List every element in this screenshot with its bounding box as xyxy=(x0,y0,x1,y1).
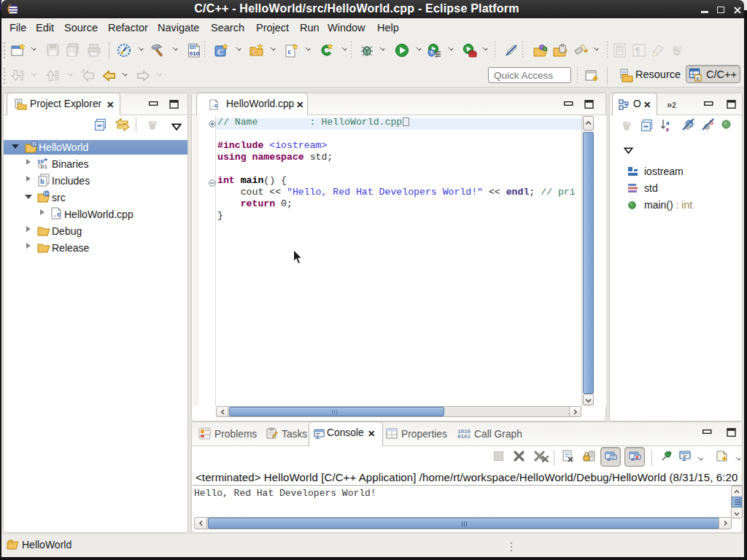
svg-text:c: c xyxy=(696,75,699,82)
svg-text:C: C xyxy=(217,47,223,56)
svg-text:c: c xyxy=(288,47,292,55)
svg-text:C: C xyxy=(45,191,49,196)
svg-text:z: z xyxy=(666,125,669,132)
svg-text:0101: 0101 xyxy=(457,434,471,440)
svg-text:.c: .c xyxy=(211,102,218,109)
svg-text:.c: .c xyxy=(53,211,61,219)
svg-text:C: C xyxy=(253,50,258,56)
svg-text:C: C xyxy=(34,142,37,147)
svg-text:¶: ¶ xyxy=(635,46,640,56)
svg-text:h: h xyxy=(40,177,44,185)
svg-text:010: 010 xyxy=(190,50,200,57)
